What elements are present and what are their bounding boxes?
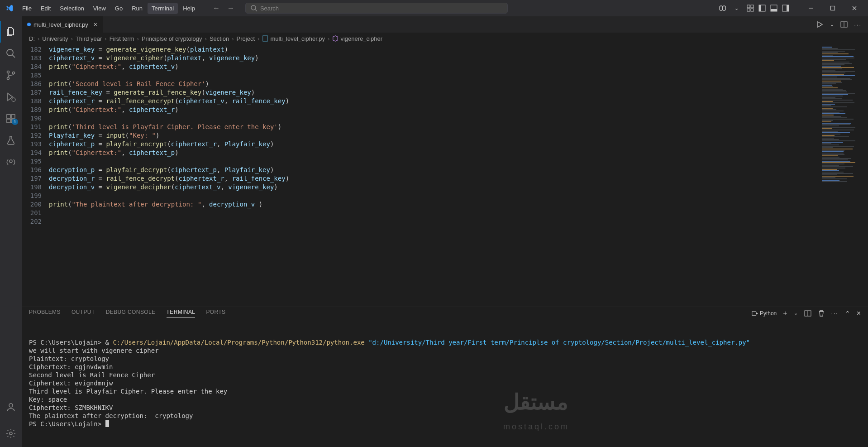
toggle-panel-icon[interactable] (770, 5, 777, 12)
menu-item-run[interactable]: Run (128, 3, 147, 14)
explorer-activity[interactable] (0, 21, 22, 43)
breadcrumb-file[interactable]: multi_level_cipher.py (262, 35, 325, 42)
live-share-activity[interactable] (0, 151, 22, 173)
panel-tab-problems[interactable]: PROBLEMS (29, 309, 61, 317)
terminal-line: Key: space (29, 395, 861, 404)
code-line[interactable]: print("Ciphertext:", ciphertext_v) (49, 62, 820, 71)
svg-point-19 (7, 77, 10, 80)
breadcrumb-segment[interactable]: Section (210, 35, 229, 42)
new-terminal-icon[interactable]: + (783, 309, 787, 317)
chevron-down-icon[interactable]: ⌄ (734, 5, 739, 11)
account-icon (5, 402, 16, 413)
code-content[interactable]: vigenere_key = generate_vigenere_key(pla… (49, 44, 820, 307)
breadcrumb-segment[interactable]: Project (237, 35, 255, 42)
breadcrumb[interactable]: D: › University › Third year › First ter… (22, 33, 868, 44)
terminal-launch-profile[interactable]: Python (752, 310, 777, 317)
code-line[interactable]: ciphertext_r = rail_fence_encrypt(cipher… (49, 97, 820, 106)
toggle-sidebar-right-icon[interactable] (782, 5, 789, 12)
extensions-activity[interactable]: 1 (0, 108, 22, 130)
minimize-button[interactable] (801, 1, 821, 15)
kill-terminal-icon[interactable] (818, 310, 825, 317)
more-actions-icon[interactable]: ··· (854, 21, 862, 28)
panel-tab-debug-console[interactable]: DEBUG CONSOLE (106, 309, 156, 317)
code-line[interactable]: print("Ciphertext:", ciphertext_p) (49, 149, 820, 157)
toggle-sidebar-left-icon[interactable] (758, 5, 766, 12)
code-line[interactable]: print('Third level is Playfair Cipher. P… (49, 123, 820, 131)
run-debug-activity[interactable] (0, 86, 22, 108)
code-line[interactable] (49, 71, 820, 80)
terminal-prompt[interactable]: PS C:\Users\Lojain> (29, 420, 861, 428)
close-window-button[interactable] (844, 1, 864, 15)
terminal-body[interactable]: PS C:\Users\Lojain> & C:/Users/Lojain/Ap… (22, 319, 868, 447)
nav-forward-icon[interactable]: → (227, 4, 234, 12)
code-line[interactable]: print('Second level is Rail Fence Cipher… (49, 80, 820, 88)
code-line[interactable] (49, 114, 820, 123)
menu-item-terminal[interactable]: Terminal (148, 3, 178, 14)
code-line[interactable]: vigenere_key = generate_vigenere_key(pla… (49, 45, 820, 54)
terminal-line: Third level is Playfair Cipher. Please e… (29, 387, 861, 395)
breadcrumb-symbol[interactable]: vigenere_cipher (332, 35, 382, 42)
code-line[interactable]: decryption_v = vigenere_decipher(ciphert… (49, 183, 820, 192)
svg-rect-34 (752, 311, 756, 315)
svg-rect-4 (747, 9, 750, 11)
close-tab-icon[interactable]: × (94, 21, 97, 28)
menu-item-file[interactable]: File (18, 3, 36, 14)
breadcrumb-segment[interactable]: Third year (76, 35, 102, 42)
code-line[interactable]: ciphertext_v = vigenere_cipher(plaintext… (49, 54, 820, 62)
code-line[interactable]: rail_fence_key = generate_rail_fence_key… (49, 88, 820, 97)
code-line[interactable]: decryption_p = playfair_decrypt(cipherte… (49, 166, 820, 174)
menu-item-edit[interactable]: Edit (37, 3, 55, 14)
minimap[interactable] (820, 44, 861, 307)
breadcrumb-segment[interactable]: D: (29, 35, 35, 42)
testing-activity[interactable] (0, 130, 22, 151)
files-icon (5, 26, 16, 37)
breadcrumb-segment[interactable]: Principlse of cryptology (142, 35, 202, 42)
accounts-activity[interactable] (0, 396, 22, 418)
maximize-button[interactable] (823, 1, 843, 15)
svg-marker-35 (756, 312, 758, 314)
code-line[interactable] (49, 209, 820, 217)
code-line[interactable]: print("Ciphertext:", ciphertext_r) (49, 106, 820, 114)
svg-point-27 (10, 160, 12, 163)
code-line[interactable]: print("The plaintext after decryption: "… (49, 200, 820, 209)
panel-tab-ports[interactable]: PORTS (206, 309, 225, 317)
split-editor-icon[interactable] (840, 21, 848, 28)
menu-item-go[interactable]: Go (111, 3, 127, 14)
chevron-right-icon: › (137, 35, 139, 42)
svg-point-18 (7, 71, 10, 73)
window-controls (801, 1, 864, 15)
panel-tab-output[interactable]: OUTPUT (72, 309, 95, 317)
more-actions-icon[interactable]: ··· (831, 310, 839, 317)
run-play-icon[interactable] (816, 21, 824, 28)
search-activity[interactable] (0, 43, 22, 64)
menu-item-help[interactable]: Help (179, 3, 199, 14)
editor-tab[interactable]: multi_level_cipher.py × (22, 16, 103, 33)
source-control-activity[interactable] (0, 64, 22, 86)
copilot-icon[interactable] (717, 4, 726, 13)
code-line[interactable] (49, 192, 820, 200)
panel-tab-terminal[interactable]: TERMINAL (167, 309, 196, 317)
layout-customize-icon[interactable] (747, 5, 754, 12)
chevron-right-icon: › (105, 35, 106, 42)
code-line[interactable] (49, 157, 820, 166)
command-center-search[interactable]: Search (245, 3, 508, 14)
settings-activity[interactable] (0, 423, 22, 444)
code-line[interactable]: Playfair_key = input("Key: ") (49, 131, 820, 140)
editor-body[interactable]: 1821831841851861871881891901911921931941… (22, 44, 868, 307)
menu-bar: FileEditSelectionViewGoRunTerminalHelp (18, 3, 199, 14)
menu-item-selection[interactable]: Selection (56, 3, 88, 14)
split-terminal-icon[interactable] (804, 310, 811, 317)
chevron-down-icon[interactable]: ⌄ (794, 310, 798, 316)
search-icon (250, 5, 258, 12)
breadcrumb-segment[interactable]: First term (110, 35, 134, 42)
close-panel-icon[interactable]: × (857, 309, 861, 317)
svg-rect-5 (751, 9, 754, 11)
code-line[interactable]: decryption_r = rail_fence_decrypt(cipher… (49, 174, 820, 183)
code-line[interactable] (49, 217, 820, 226)
breadcrumb-segment[interactable]: University (42, 35, 68, 42)
code-line[interactable]: ciphertext_p = playfair_encrypt(cipherte… (49, 140, 820, 149)
chevron-down-icon[interactable]: ⌄ (830, 22, 834, 28)
maximize-panel-icon[interactable]: ⌃ (845, 310, 850, 317)
menu-item-view[interactable]: View (89, 3, 110, 14)
nav-back-icon[interactable]: ← (213, 4, 220, 12)
